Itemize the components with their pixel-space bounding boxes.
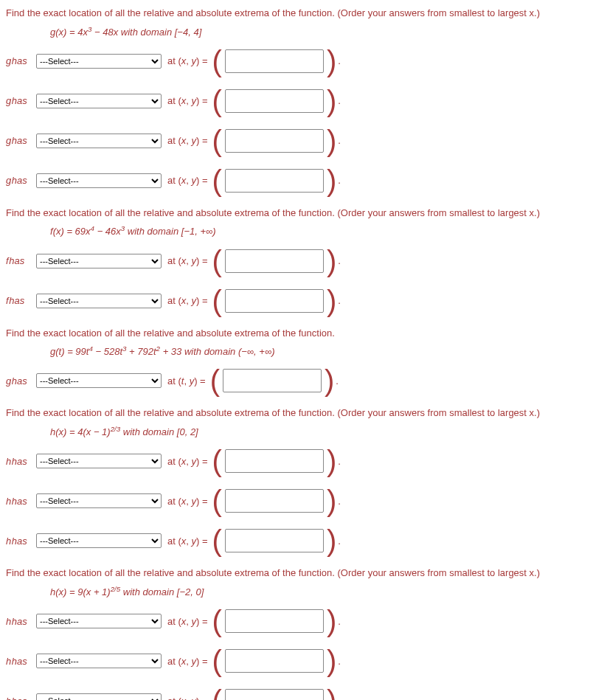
left-paren: ( xyxy=(212,486,222,516)
at-label: at (x, y) = xyxy=(167,95,208,106)
at-label: at (x, y) = xyxy=(167,616,208,627)
answer-row: h has---Select---at (x, y) =(). xyxy=(6,606,601,636)
coordinate-input[interactable] xyxy=(225,49,324,73)
coordinate-input[interactable] xyxy=(225,609,324,633)
period-text: . xyxy=(338,456,341,467)
coordinate-input[interactable] xyxy=(225,689,324,700)
coordinate-input[interactable] xyxy=(225,169,324,193)
coordinate-input[interactable] xyxy=(225,89,324,113)
right-paren: ) xyxy=(327,526,336,555)
left-paren: ( xyxy=(212,166,222,195)
period-text: . xyxy=(338,656,341,667)
coordinate-input[interactable] xyxy=(225,649,324,673)
extrema-type-select[interactable]: ---Select--- xyxy=(36,533,162,548)
answer-row: g has---Select---at (x, y) =(). xyxy=(6,86,601,116)
answer-row: g has---Select---at (x, y) =(). xyxy=(6,126,601,156)
has-label: has xyxy=(12,95,27,106)
extrema-type-select[interactable]: ---Select--- xyxy=(36,614,162,628)
left-paren: ( xyxy=(212,126,222,156)
function-label: g has xyxy=(6,95,32,106)
extrema-type-select[interactable]: ---Select--- xyxy=(36,454,162,468)
coordinate-input[interactable] xyxy=(225,129,324,153)
extrema-type-select[interactable]: ---Select--- xyxy=(36,173,162,188)
coordinate-input[interactable] xyxy=(225,529,324,552)
extrema-type-select[interactable]: ---Select--- xyxy=(36,373,162,388)
period-text: . xyxy=(338,95,341,106)
left-paren: ( xyxy=(210,366,220,395)
left-paren: ( xyxy=(212,526,222,555)
question-prompt: Find the exact location of all the relat… xyxy=(6,566,601,581)
extrema-type-select[interactable]: ---Select--- xyxy=(36,54,162,69)
right-paren: ) xyxy=(327,286,336,316)
function-label: g has xyxy=(6,175,32,186)
answer-row: f has---Select---at (x, y) =(). xyxy=(6,246,601,276)
coordinate-input[interactable] xyxy=(225,289,324,313)
at-label: at (x, y) = xyxy=(167,255,208,266)
function-label: h has xyxy=(6,696,32,700)
question-prompt: Find the exact location of all the relat… xyxy=(6,326,601,341)
equation-text: g(x) = 4x3 − 48x with domain [−4, 4] xyxy=(50,25,601,38)
extrema-type-select[interactable]: ---Select--- xyxy=(36,134,162,148)
coordinate-input[interactable] xyxy=(225,249,324,273)
answer-row: f has---Select---at (x, y) =(). xyxy=(6,286,601,316)
answer-row: h has---Select---at (x, y) =(). xyxy=(6,646,601,676)
right-paren: ) xyxy=(327,86,336,116)
at-label: at (x, y) = xyxy=(167,456,208,467)
at-label: at (x, y) = xyxy=(167,656,208,667)
left-paren: ( xyxy=(212,686,222,700)
extrema-type-select[interactable]: ---Select--- xyxy=(36,254,162,268)
function-label: g has xyxy=(6,375,32,387)
period-text: . xyxy=(338,295,341,306)
at-label: at (x, y) = xyxy=(167,135,208,146)
answer-row: h has---Select---at (x, y) =(). xyxy=(6,446,601,476)
at-label: at (x, y) = xyxy=(167,175,208,186)
at-label: at (x, y) = xyxy=(167,55,208,66)
answer-row: g has---Select---at (t, y) =(). xyxy=(6,366,601,395)
extrema-type-select[interactable]: ---Select--- xyxy=(36,294,162,308)
question-prompt: Find the exact location of all the relat… xyxy=(6,406,601,420)
extrema-type-select[interactable]: ---Select--- xyxy=(36,493,162,508)
problem-section: Find the exact location of all the relat… xyxy=(6,326,601,396)
answer-row: h has---Select---at (x, y) =(). xyxy=(6,686,601,700)
period-text: . xyxy=(338,496,341,507)
problem-section: Find the exact location of all the relat… xyxy=(6,6,601,195)
coordinate-input[interactable] xyxy=(225,489,324,513)
left-paren: ( xyxy=(212,86,222,116)
has-label: has xyxy=(12,175,27,186)
equation-text: g(t) = 99t4 − 528t3 + 792t2 + 33 with do… xyxy=(50,344,601,357)
has-label: has xyxy=(12,456,27,467)
extrema-type-select[interactable]: ---Select--- xyxy=(36,693,162,700)
coordinate-input[interactable] xyxy=(223,369,322,392)
left-paren: ( xyxy=(212,286,222,316)
extrema-type-select[interactable]: ---Select--- xyxy=(36,654,162,668)
period-text: . xyxy=(338,616,341,627)
function-label: h has xyxy=(6,456,32,467)
problem-section: Find the exact location of all the relat… xyxy=(6,406,601,555)
has-label: has xyxy=(12,375,27,387)
left-paren: ( xyxy=(212,246,222,276)
equation-text: h(x) = 9(x + 1)2/5 with domain [−2, 0] xyxy=(50,585,601,597)
extrema-type-select[interactable]: ---Select--- xyxy=(36,94,162,108)
has-label: has xyxy=(12,496,27,507)
has-label: has xyxy=(12,616,27,627)
period-text: . xyxy=(336,375,339,387)
right-paren: ) xyxy=(327,646,336,676)
left-paren: ( xyxy=(212,606,222,636)
coordinate-input[interactable] xyxy=(225,449,324,473)
at-label: at (x, y) = xyxy=(167,496,208,507)
function-label: g has xyxy=(6,135,32,146)
period-text: . xyxy=(338,696,341,700)
has-label: has xyxy=(12,656,27,667)
right-paren: ) xyxy=(327,446,336,476)
right-paren: ) xyxy=(327,166,336,195)
equation-text: h(x) = 4(x − 1)2/3 with domain [0, 2] xyxy=(50,425,601,437)
has-label: has xyxy=(12,135,27,146)
right-paren: ) xyxy=(327,246,336,276)
left-paren: ( xyxy=(212,446,222,476)
function-label: h has xyxy=(6,536,32,547)
answer-row: g has---Select---at (x, y) =(). xyxy=(6,46,601,76)
question-prompt: Find the exact location of all the relat… xyxy=(6,206,601,221)
answer-row: g has---Select---at (x, y) =(). xyxy=(6,166,601,195)
problem-section: Find the exact location of all the relat… xyxy=(6,206,601,316)
left-paren: ( xyxy=(212,46,222,76)
